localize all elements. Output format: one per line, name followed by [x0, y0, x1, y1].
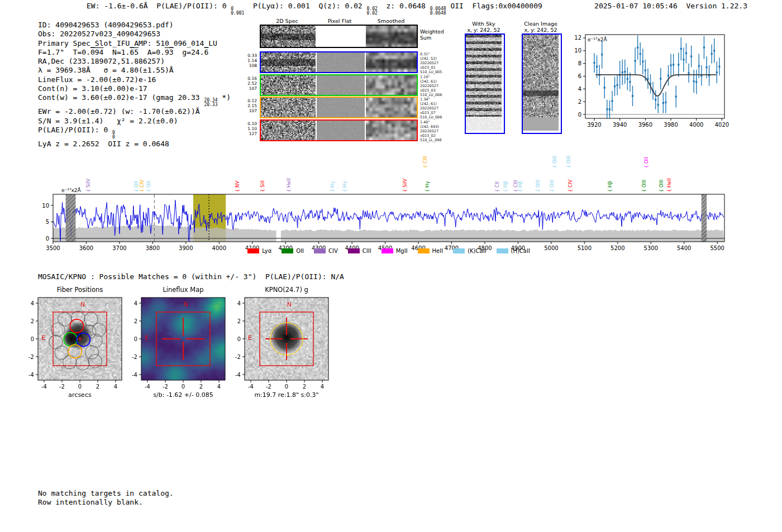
- svg-text:0: 0: [31, 336, 34, 342]
- emission-line-label: { Hβ: [607, 181, 613, 192]
- svg-text:4020: 4020: [715, 122, 729, 128]
- info-line: Cont(n) = 3.10(±0.00)e-17: [38, 84, 231, 93]
- legend-swatch: [453, 248, 465, 253]
- value-stack: 00.001: [231, 7, 244, 16]
- pixel-flat-panel: [317, 52, 365, 72]
- svg-text:2: 2: [31, 318, 34, 324]
- cutout-xlabel: arcsecs: [21, 391, 139, 399]
- spec2d-col-title: 2D Spec: [259, 18, 316, 24]
- svg-text:2: 2: [303, 384, 306, 390]
- info-line: Primary Spec_Slot_IFU_AMP: 510_096_014_L…: [38, 39, 231, 48]
- elixer-report-page: EW: -1.6±-0.6Å P(LAE)/P(OII): 0 00.001 P…: [0, 0, 782, 532]
- spec2d-panel: [261, 98, 316, 117]
- svg-text:8: 8: [578, 60, 581, 66]
- emission-line-label: { SiIV: [85, 179, 91, 192]
- svg-text:5: 5: [46, 219, 49, 225]
- svg-text:4: 4: [134, 300, 137, 306]
- svg-text:-4: -4: [28, 372, 34, 378]
- cutout-title: Lineflux Map: [130, 286, 236, 294]
- legend-swatch: [497, 248, 508, 253]
- emission-line-label: { Hγ: [330, 181, 335, 192]
- info-line: EWr = -2.00(±0.72) (w: -1.70(±0.62))Å: [38, 107, 231, 116]
- smoothed-panel: [366, 26, 417, 47]
- svg-text:e⁻¹⁷x2Å: e⁻¹⁷x2Å: [61, 187, 82, 193]
- pixel-flat-panel: [317, 121, 365, 140]
- value-stack: 00: [112, 131, 115, 140]
- svg-text:2: 2: [96, 384, 99, 390]
- clean-image-title: Clean Imagex, y: 242, 52: [515, 21, 566, 33]
- svg-text:4: 4: [217, 384, 221, 390]
- emission-line-label: { CIII: [422, 156, 428, 168]
- legend-item: OII: [282, 248, 304, 254]
- spec2d-row-left-stats: 0.331.14108: [240, 53, 257, 68]
- svg-text:0: 0: [78, 384, 82, 390]
- header-summary-line: EW: -1.6±-0.6Å P(LAE)/P(OII): 0 00.001 P…: [87, 2, 542, 16]
- svg-text:-4: -4: [41, 384, 47, 390]
- legend-swatch: [247, 248, 259, 253]
- full-spectrum-plot: 0510350036003700380039004000410042004300…: [0, 151, 782, 262]
- spec2d-row: [260, 74, 418, 96]
- smoothed-panel: [366, 121, 417, 140]
- emission-line-label: { Hβ: [517, 181, 523, 192]
- legend-item: (K)CaII: [453, 248, 486, 254]
- svg-text:4: 4: [237, 300, 241, 306]
- emission-line-label: { OIII: [535, 180, 541, 192]
- emission-line-label: { CIV: [139, 179, 145, 192]
- emission-line-label: { SiII: [260, 180, 265, 192]
- spec2d-row: [260, 119, 418, 141]
- svg-text:-2: -2: [235, 354, 241, 360]
- info-line: S/N = 3.9(±1.4) χ² = 2.2(±0.0): [38, 117, 231, 126]
- info-line: LineFlux = -2.00(±0.72)e-16: [38, 75, 231, 84]
- info-line: RA,Dec (233.189072,51.886257): [38, 57, 231, 66]
- info-line: ID: 4090429653 (4090429653.pdf): [38, 21, 231, 30]
- svg-text:3980: 3980: [664, 122, 678, 128]
- emission-line-label: { OIII: [566, 156, 571, 168]
- value-stack: 0.06480.0648: [430, 7, 446, 16]
- svg-text:-4: -4: [235, 372, 241, 378]
- info-line: Obs: 20220527v023_4090429653: [38, 30, 231, 39]
- legend-swatch: [314, 248, 326, 253]
- legend-swatch: [418, 248, 430, 253]
- cutout-title: KPNO(24.7) g: [233, 286, 340, 294]
- spec2d-row-right-meta: 0.31"(242, 52)20220527v023_01510_LU_005: [420, 52, 454, 74]
- svg-text:0: 0: [182, 384, 185, 390]
- svg-text:4: 4: [578, 86, 581, 92]
- svg-text:2: 2: [134, 318, 137, 324]
- svg-text:0: 0: [46, 236, 49, 242]
- svg-text:0: 0: [285, 384, 288, 390]
- legend-swatch: [382, 248, 393, 253]
- emission-line-label: { OIII: [641, 180, 647, 192]
- legend-item: MgII: [382, 248, 408, 254]
- legend-item: Lyα: [247, 248, 271, 254]
- spec2d-panel: [261, 52, 316, 72]
- spec2d-col-title: Pixel Flat: [314, 18, 365, 24]
- smoothed-panel: [366, 98, 417, 117]
- cutout-image: [245, 298, 328, 380]
- weighted-sum-row: [260, 25, 418, 48]
- catalog-match-note: No matching targets in catalog.Row inten…: [38, 489, 174, 506]
- svg-text:-2: -2: [163, 384, 168, 390]
- spec2d-panel: [261, 121, 316, 140]
- svg-text:-2: -2: [132, 354, 137, 360]
- emission-line-label: { OIII: [552, 156, 557, 168]
- info-line: F=1.7" T=0.094 N=1.65 A=0.93 g=24.6: [38, 48, 231, 57]
- emission-line-label: { Hγ: [342, 181, 347, 192]
- smoothed-panel: [366, 75, 417, 95]
- spec2d-row: [260, 97, 418, 118]
- emission-line-label: { OII: [133, 181, 139, 192]
- svg-text:2: 2: [199, 384, 203, 390]
- info-line: LyA z = 2.2652 OII z = 0.0648: [38, 140, 231, 148]
- emission-line-label: { SiIV: [402, 179, 408, 192]
- mosaic-match-summary: MOSAIC/KPNO : Possible Matches = 0 (with…: [38, 272, 344, 281]
- with-sky-image: [465, 33, 505, 134]
- spec2d-row-right-meta: 1.40"(242, 693)20220527v023_02510_LL_098: [420, 120, 454, 142]
- svg-text:12: 12: [574, 35, 581, 41]
- legend-swatch: [348, 248, 360, 253]
- emission-line-label: { OIII: [659, 180, 664, 192]
- svg-text:3940: 3940: [613, 122, 627, 128]
- svg-text:-2: -2: [59, 384, 65, 390]
- svg-text:-4: -4: [132, 372, 137, 378]
- svg-text:-4: -4: [145, 384, 150, 390]
- footer-line: Row intentionally blank.: [38, 498, 174, 507]
- svg-text:3960: 3960: [638, 122, 652, 128]
